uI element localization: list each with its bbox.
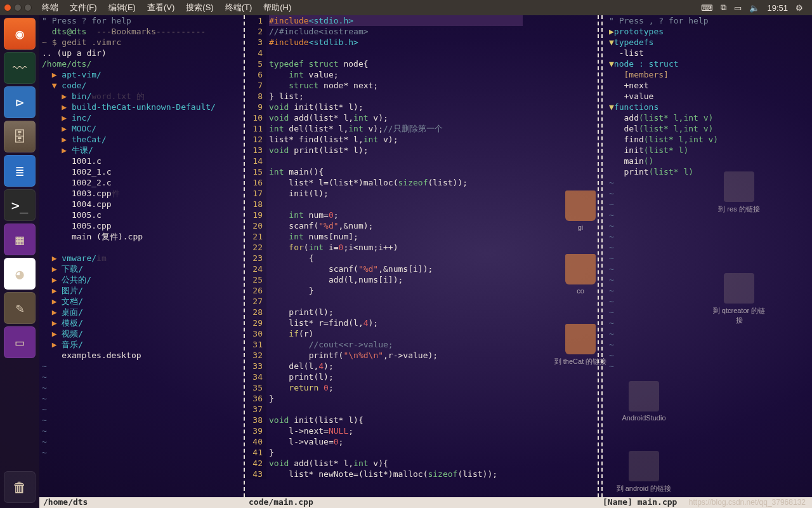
close-button[interactable] <box>4 4 11 11</box>
code-line-26[interactable]: } <box>269 285 523 296</box>
desktop-icon[interactable]: AndroidStudio <box>615 381 672 422</box>
code-line-2[interactable]: //#include<iostream> <box>269 26 523 37</box>
code-line-29[interactable]: list* r=find(l,4); <box>269 318 523 328</box>
launcher-system-monitor[interactable]: 〰 <box>4 52 36 84</box>
tagbar-pane[interactable]: " Press , ? for help▶prototypes▼typedefs… <box>599 15 812 497</box>
launcher-ubuntu-dash[interactable]: ◉ <box>4 18 36 50</box>
code-line-22[interactable]: for(int i=0;i<num;i++) <box>269 242 523 253</box>
tree-item[interactable]: ▶ vmware/im <box>42 253 241 264</box>
tree-item[interactable]: 1002_2.c <box>42 177 241 188</box>
menu-4[interactable]: 搜索(S) <box>181 1 218 15</box>
code-line-14[interactable] <box>269 156 523 166</box>
code-line-40[interactable]: l->value=0; <box>269 436 523 447</box>
tree-item[interactable]: examples.desktop <box>42 350 241 361</box>
code-line-12[interactable]: list* find(list* l,int v); <box>269 134 523 145</box>
code-line-34[interactable]: print(l); <box>269 371 523 382</box>
tree-item[interactable]: ▶ 音乐/ <box>42 339 241 350</box>
menu-1[interactable]: 文件(F) <box>65 1 102 15</box>
launcher-workspace-switcher[interactable]: ▦ <box>4 224 36 255</box>
code-line-16[interactable]: list* l=(list*)malloc(sizeof(list)); <box>269 177 523 188</box>
desktop-icon[interactable]: co <box>552 254 609 295</box>
code-line-1[interactable]: #include<stdio.h> <box>269 15 523 26</box>
code-line-42[interactable]: void add(list* l,int v){ <box>269 458 523 469</box>
code-line-28[interactable]: print(l); <box>269 307 523 318</box>
tree-item[interactable]: ▶ 视频/ <box>42 328 241 339</box>
code-line-39[interactable]: l->next=NULL; <box>269 425 523 436</box>
tree-item[interactable]: 1004.cpp <box>42 199 241 210</box>
code-line-20[interactable]: scanf("%d",&num); <box>269 220 523 231</box>
code-line-15[interactable]: int main(){ <box>269 166 523 177</box>
code-line-18[interactable] <box>269 199 523 210</box>
code-line-19[interactable]: int num=0; <box>269 210 523 220</box>
tree-item[interactable]: 1003.cpp件 <box>42 188 241 199</box>
launcher-trash[interactable]: 🗑 <box>4 471 36 503</box>
code-line-33[interactable]: del(l,4); <box>269 361 523 371</box>
tree-item[interactable]: ▶ apt-vim/ <box>42 69 241 80</box>
code-editor-pane[interactable]: 1234567891011121314151617181920212223242… <box>245 15 599 497</box>
menu-3[interactable]: 查看(V) <box>142 1 180 15</box>
code-line-27[interactable] <box>269 296 523 307</box>
launcher-files[interactable]: 🗄 <box>4 121 36 152</box>
volume-icon[interactable]: 🔈 <box>749 3 759 13</box>
code-line-23[interactable]: { <box>269 253 523 264</box>
code-line-9[interactable]: void init(list* l); <box>269 102 523 112</box>
tree-item[interactable]: 1005.c <box>42 210 241 220</box>
code-line-17[interactable]: init(l); <box>269 188 523 199</box>
tree-item[interactable]: ▶ theCat/ <box>42 134 241 145</box>
launcher-terminal[interactable]: >_ <box>4 189 36 221</box>
launcher-vscode[interactable]: ⊳ <box>4 86 36 118</box>
launcher-gedit[interactable]: ✎ <box>4 292 36 324</box>
tree-item[interactable] <box>42 242 241 253</box>
menu-0[interactable]: 终端 <box>37 1 63 15</box>
code-line-8[interactable]: } list; <box>269 91 523 102</box>
keyboard-icon[interactable]: ⌨ <box>701 3 713 13</box>
tree-item[interactable]: ▶ inc/ <box>42 112 241 123</box>
tree-item[interactable]: ▶ 牛课/ <box>42 145 241 156</box>
menu-5[interactable]: 终端(T) <box>220 1 258 15</box>
launcher-app-switcher[interactable]: ▭ <box>4 326 36 358</box>
code-line-10[interactable]: void add(list* l,int v); <box>269 112 523 123</box>
tree-item[interactable]: ▶ 图片/ <box>42 285 241 296</box>
desktop-icon[interactable]: 到 theCat 的链接 <box>552 324 609 366</box>
code-line-3[interactable]: #include<stdlib.h> <box>269 37 523 48</box>
menu-6[interactable]: 帮助(H) <box>258 1 296 15</box>
code-line-38[interactable]: void init(list* l){ <box>269 415 523 425</box>
maximize-button[interactable] <box>24 4 32 11</box>
tree-item[interactable]: 1001.c <box>42 156 241 166</box>
desktop-icon[interactable]: 到 android 的链接 <box>615 451 672 493</box>
code-line-5[interactable]: typedef struct node{ <box>269 58 523 69</box>
launcher-chrome[interactable]: ◕ <box>4 258 36 290</box>
battery-icon[interactable]: ▭ <box>734 3 742 13</box>
gear-icon[interactable]: ⚙ <box>796 3 803 13</box>
tree-item[interactable]: ▶ bin/word.txt 的 <box>42 91 241 102</box>
tree-item[interactable]: ▶ 公共的/ <box>42 274 241 285</box>
code-line-21[interactable]: int nums[num]; <box>269 231 523 242</box>
clock[interactable]: 19:51 <box>767 3 788 13</box>
tree-item[interactable]: ▶ 下载/ <box>42 264 241 274</box>
nerdtree-pane[interactable]: " Press ? for help dts@dts ---Bookmarks-… <box>39 15 245 497</box>
tree-item[interactable]: ▶ MOOC/ <box>42 123 241 134</box>
tree-item[interactable]: ▶ 模板/ <box>42 318 241 328</box>
tree-item[interactable]: ▼ code/ <box>42 80 241 91</box>
desktop-icon[interactable]: 到 res 的链接 <box>710 171 768 214</box>
code-line-24[interactable]: scanf("%d",&nums[i]); <box>269 264 523 274</box>
tree-item[interactable]: main (复件).cpp <box>42 231 241 242</box>
code-line-25[interactable]: add(l,nums[i]); <box>269 274 523 285</box>
code-line-35[interactable]: return 0; <box>269 382 523 393</box>
launcher-libreoffice-writer[interactable]: ≣ <box>4 155 36 187</box>
menu-2[interactable]: 编辑(E) <box>103 1 141 15</box>
desktop-icon[interactable]: 到 qtcreator 的链接 <box>710 273 768 325</box>
minimize-button[interactable] <box>14 4 22 11</box>
code-line-41[interactable]: } <box>269 447 523 458</box>
code-line-31[interactable]: //cout<<r->value; <box>269 339 523 350</box>
code-line-30[interactable]: if(r) <box>269 328 523 339</box>
tree-item[interactable]: ▶ build-theCat-unknown-Default/ <box>42 102 241 112</box>
tree-item[interactable]: 1002_1.c <box>42 166 241 177</box>
code-line-4[interactable] <box>269 48 523 58</box>
code-line-6[interactable]: int value; <box>269 69 523 80</box>
desktop-icon[interactable]: gi <box>552 190 609 231</box>
code-line-13[interactable]: void print(list* l); <box>269 145 523 156</box>
wifi-icon[interactable]: ⧉ <box>721 3 726 13</box>
code-line-43[interactable]: list* newNote=(list*)malloc(sizeof(list)… <box>269 469 523 479</box>
code-line-7[interactable]: struct node* next; <box>269 80 523 91</box>
